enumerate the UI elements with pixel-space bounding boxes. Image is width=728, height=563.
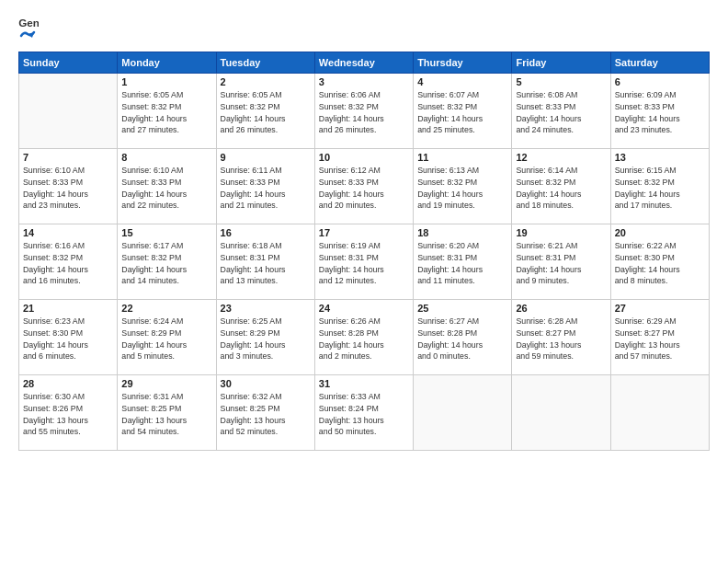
- day-info: Sunrise: 6:06 AM Sunset: 8:32 PM Dayligh…: [319, 89, 409, 136]
- calendar-cell: 11Sunrise: 6:13 AM Sunset: 8:32 PM Dayli…: [414, 149, 512, 224]
- day-number: 15: [121, 227, 211, 238]
- calendar-cell: 17Sunrise: 6:19 AM Sunset: 8:31 PM Dayli…: [314, 224, 413, 300]
- header-wednesday: Wednesday: [314, 52, 413, 74]
- calendar-cell: 31Sunrise: 6:33 AM Sunset: 8:24 PM Dayli…: [314, 375, 413, 451]
- day-number: 12: [516, 152, 606, 163]
- day-info: Sunrise: 6:17 AM Sunset: 8:32 PM Dayligh…: [121, 240, 211, 287]
- day-number: 28: [23, 378, 113, 389]
- day-number: 27: [615, 303, 705, 314]
- day-number: 25: [417, 303, 507, 314]
- day-number: 5: [516, 76, 606, 87]
- day-info: Sunrise: 6:05 AM Sunset: 8:32 PM Dayligh…: [121, 89, 211, 136]
- header-tuesday: Tuesday: [216, 52, 314, 74]
- calendar-cell: 28Sunrise: 6:30 AM Sunset: 8:26 PM Dayli…: [19, 375, 118, 451]
- day-info: Sunrise: 6:18 AM Sunset: 8:31 PM Dayligh…: [221, 240, 311, 287]
- day-number: 4: [417, 76, 507, 87]
- day-number: 21: [23, 303, 113, 314]
- day-info: Sunrise: 6:29 AM Sunset: 8:27 PM Dayligh…: [615, 316, 705, 362]
- header-thursday: Thursday: [414, 52, 512, 74]
- day-number: 16: [221, 227, 311, 238]
- calendar-cell: 15Sunrise: 6:17 AM Sunset: 8:32 PM Dayli…: [118, 224, 216, 300]
- day-number: 29: [121, 378, 211, 389]
- day-info: Sunrise: 6:07 AM Sunset: 8:32 PM Dayligh…: [417, 89, 507, 136]
- day-number: 26: [516, 303, 606, 314]
- calendar-table: Sunday Monday Tuesday Wednesday Thursday…: [18, 52, 710, 451]
- day-number: 14: [23, 227, 113, 238]
- svg-text:General: General: [18, 17, 39, 29]
- header-saturday: Saturday: [610, 52, 709, 74]
- day-number: 24: [319, 303, 409, 314]
- day-number: 1: [121, 76, 211, 87]
- calendar-week-4: 21Sunrise: 6:23 AM Sunset: 8:30 PM Dayli…: [19, 300, 710, 375]
- day-number: 9: [221, 152, 311, 163]
- calendar-cell: 12Sunrise: 6:14 AM Sunset: 8:32 PM Dayli…: [512, 149, 610, 224]
- day-info: Sunrise: 6:13 AM Sunset: 8:32 PM Dayligh…: [417, 165, 507, 212]
- header: General: [18, 15, 710, 42]
- calendar-cell: 7Sunrise: 6:10 AM Sunset: 8:33 PM Daylig…: [19, 149, 118, 224]
- day-info: Sunrise: 6:30 AM Sunset: 8:26 PM Dayligh…: [23, 391, 113, 438]
- calendar-cell: [512, 375, 610, 451]
- day-info: Sunrise: 6:16 AM Sunset: 8:32 PM Dayligh…: [23, 240, 113, 287]
- day-number: 6: [615, 76, 705, 87]
- day-number: 20: [615, 227, 705, 238]
- calendar-cell: 27Sunrise: 6:29 AM Sunset: 8:27 PM Dayli…: [610, 300, 709, 375]
- logo: General: [18, 15, 39, 42]
- calendar-cell: 2Sunrise: 6:05 AM Sunset: 8:32 PM Daylig…: [216, 74, 314, 149]
- calendar-week-5: 28Sunrise: 6:30 AM Sunset: 8:26 PM Dayli…: [19, 375, 710, 451]
- calendar-cell: 21Sunrise: 6:23 AM Sunset: 8:30 PM Dayli…: [19, 300, 118, 375]
- calendar-cell: 6Sunrise: 6:09 AM Sunset: 8:33 PM Daylig…: [610, 74, 709, 149]
- calendar-cell: 24Sunrise: 6:26 AM Sunset: 8:28 PM Dayli…: [314, 300, 413, 375]
- header-sunday: Sunday: [19, 52, 118, 74]
- day-info: Sunrise: 6:05 AM Sunset: 8:32 PM Dayligh…: [221, 89, 311, 136]
- calendar-cell: 22Sunrise: 6:24 AM Sunset: 8:29 PM Dayli…: [118, 300, 216, 375]
- day-info: Sunrise: 6:12 AM Sunset: 8:33 PM Dayligh…: [319, 165, 409, 212]
- day-info: Sunrise: 6:09 AM Sunset: 8:33 PM Dayligh…: [615, 89, 705, 136]
- day-info: Sunrise: 6:15 AM Sunset: 8:32 PM Dayligh…: [615, 165, 705, 212]
- calendar-cell: [414, 375, 512, 451]
- calendar-cell: 29Sunrise: 6:31 AM Sunset: 8:25 PM Dayli…: [118, 375, 216, 451]
- calendar-cell: 23Sunrise: 6:25 AM Sunset: 8:29 PM Dayli…: [216, 300, 314, 375]
- day-number: 23: [221, 303, 311, 314]
- day-number: 30: [221, 378, 311, 389]
- calendar-cell: 14Sunrise: 6:16 AM Sunset: 8:32 PM Dayli…: [19, 224, 118, 300]
- weekday-header-row: Sunday Monday Tuesday Wednesday Thursday…: [19, 52, 710, 74]
- day-number: 18: [417, 227, 507, 238]
- day-number: 2: [221, 76, 311, 87]
- calendar-cell: 20Sunrise: 6:22 AM Sunset: 8:30 PM Dayli…: [610, 224, 709, 300]
- day-info: Sunrise: 6:27 AM Sunset: 8:28 PM Dayligh…: [417, 316, 507, 362]
- calendar-cell: 4Sunrise: 6:07 AM Sunset: 8:32 PM Daylig…: [414, 74, 512, 149]
- day-info: Sunrise: 6:23 AM Sunset: 8:30 PM Dayligh…: [23, 316, 113, 362]
- day-info: Sunrise: 6:14 AM Sunset: 8:32 PM Dayligh…: [516, 165, 606, 212]
- day-info: Sunrise: 6:10 AM Sunset: 8:33 PM Dayligh…: [121, 165, 211, 212]
- calendar-cell: 5Sunrise: 6:08 AM Sunset: 8:33 PM Daylig…: [512, 74, 610, 149]
- day-info: Sunrise: 6:24 AM Sunset: 8:29 PM Dayligh…: [121, 316, 211, 362]
- calendar-week-2: 7Sunrise: 6:10 AM Sunset: 8:33 PM Daylig…: [19, 149, 710, 224]
- logo-wave-icon: [19, 29, 36, 42]
- day-info: Sunrise: 6:25 AM Sunset: 8:29 PM Dayligh…: [221, 316, 311, 362]
- day-number: 8: [121, 152, 211, 163]
- day-info: Sunrise: 6:21 AM Sunset: 8:31 PM Dayligh…: [516, 240, 606, 287]
- calendar-cell: 18Sunrise: 6:20 AM Sunset: 8:31 PM Dayli…: [414, 224, 512, 300]
- day-info: Sunrise: 6:31 AM Sunset: 8:25 PM Dayligh…: [121, 391, 211, 438]
- calendar-cell: 13Sunrise: 6:15 AM Sunset: 8:32 PM Dayli…: [610, 149, 709, 224]
- day-number: 10: [319, 152, 409, 163]
- day-number: 13: [615, 152, 705, 163]
- calendar-cell: 30Sunrise: 6:32 AM Sunset: 8:25 PM Dayli…: [216, 375, 314, 451]
- day-number: 19: [516, 227, 606, 238]
- day-info: Sunrise: 6:28 AM Sunset: 8:27 PM Dayligh…: [516, 316, 606, 362]
- calendar-cell: [19, 74, 118, 149]
- day-info: Sunrise: 6:32 AM Sunset: 8:25 PM Dayligh…: [221, 391, 311, 438]
- calendar-cell: 8Sunrise: 6:10 AM Sunset: 8:33 PM Daylig…: [118, 149, 216, 224]
- header-monday: Monday: [118, 52, 216, 74]
- day-number: 3: [319, 76, 409, 87]
- calendar-cell: 19Sunrise: 6:21 AM Sunset: 8:31 PM Dayli…: [512, 224, 610, 300]
- calendar-cell: 25Sunrise: 6:27 AM Sunset: 8:28 PM Dayli…: [414, 300, 512, 375]
- calendar-week-3: 14Sunrise: 6:16 AM Sunset: 8:32 PM Dayli…: [19, 224, 710, 300]
- header-friday: Friday: [512, 52, 610, 74]
- day-info: Sunrise: 6:10 AM Sunset: 8:33 PM Dayligh…: [23, 165, 113, 212]
- day-info: Sunrise: 6:22 AM Sunset: 8:30 PM Dayligh…: [615, 240, 705, 287]
- calendar-cell: 1Sunrise: 6:05 AM Sunset: 8:32 PM Daylig…: [118, 74, 216, 149]
- calendar-cell: [610, 375, 709, 451]
- day-number: 17: [319, 227, 409, 238]
- day-number: 22: [121, 303, 211, 314]
